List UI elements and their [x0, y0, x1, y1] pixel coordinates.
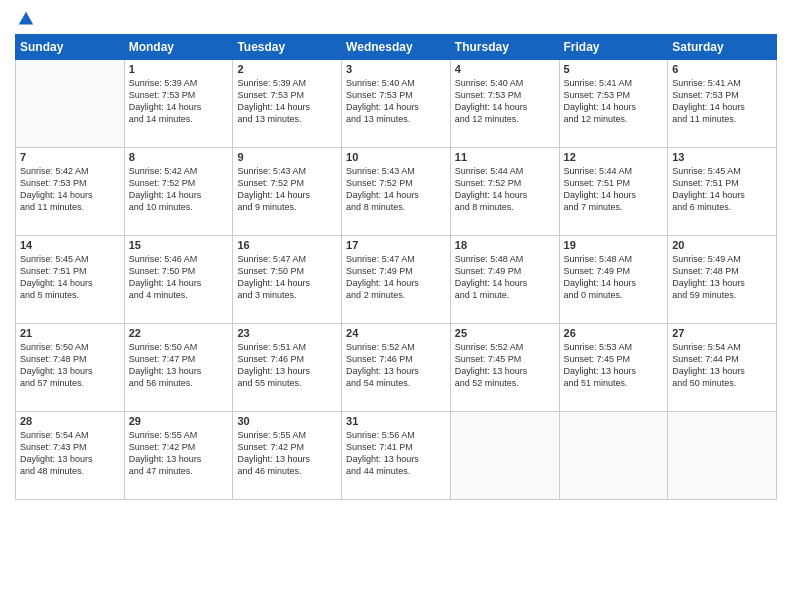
day-content: Sunrise: 5:55 AM Sunset: 7:42 PM Dayligh…	[237, 429, 337, 478]
day-number: 2	[237, 63, 337, 75]
day-number: 16	[237, 239, 337, 251]
calendar-cell: 21Sunrise: 5:50 AM Sunset: 7:48 PM Dayli…	[16, 324, 125, 412]
logo	[15, 10, 35, 28]
calendar-cell	[16, 60, 125, 148]
calendar-cell: 9Sunrise: 5:43 AM Sunset: 7:52 PM Daylig…	[233, 148, 342, 236]
day-content: Sunrise: 5:56 AM Sunset: 7:41 PM Dayligh…	[346, 429, 446, 478]
day-number: 10	[346, 151, 446, 163]
weekday-header: Wednesday	[342, 35, 451, 60]
calendar-week-row: 7Sunrise: 5:42 AM Sunset: 7:53 PM Daylig…	[16, 148, 777, 236]
day-content: Sunrise: 5:43 AM Sunset: 7:52 PM Dayligh…	[237, 165, 337, 214]
calendar-cell: 6Sunrise: 5:41 AM Sunset: 7:53 PM Daylig…	[668, 60, 777, 148]
day-content: Sunrise: 5:54 AM Sunset: 7:44 PM Dayligh…	[672, 341, 772, 390]
day-number: 5	[564, 63, 664, 75]
calendar-cell	[559, 412, 668, 500]
day-content: Sunrise: 5:54 AM Sunset: 7:43 PM Dayligh…	[20, 429, 120, 478]
day-number: 15	[129, 239, 229, 251]
day-content: Sunrise: 5:48 AM Sunset: 7:49 PM Dayligh…	[455, 253, 555, 302]
day-content: Sunrise: 5:49 AM Sunset: 7:48 PM Dayligh…	[672, 253, 772, 302]
calendar-cell: 24Sunrise: 5:52 AM Sunset: 7:46 PM Dayli…	[342, 324, 451, 412]
weekday-header: Friday	[559, 35, 668, 60]
day-number: 11	[455, 151, 555, 163]
day-number: 31	[346, 415, 446, 427]
calendar-cell: 5Sunrise: 5:41 AM Sunset: 7:53 PM Daylig…	[559, 60, 668, 148]
day-content: Sunrise: 5:41 AM Sunset: 7:53 PM Dayligh…	[672, 77, 772, 126]
svg-marker-0	[19, 12, 33, 25]
day-content: Sunrise: 5:53 AM Sunset: 7:45 PM Dayligh…	[564, 341, 664, 390]
calendar-cell	[450, 412, 559, 500]
day-number: 8	[129, 151, 229, 163]
day-number: 23	[237, 327, 337, 339]
day-content: Sunrise: 5:45 AM Sunset: 7:51 PM Dayligh…	[672, 165, 772, 214]
logo-icon	[17, 10, 35, 28]
day-content: Sunrise: 5:40 AM Sunset: 7:53 PM Dayligh…	[455, 77, 555, 126]
day-number: 30	[237, 415, 337, 427]
day-content: Sunrise: 5:41 AM Sunset: 7:53 PM Dayligh…	[564, 77, 664, 126]
day-content: Sunrise: 5:39 AM Sunset: 7:53 PM Dayligh…	[129, 77, 229, 126]
calendar-cell: 1Sunrise: 5:39 AM Sunset: 7:53 PM Daylig…	[124, 60, 233, 148]
day-content: Sunrise: 5:51 AM Sunset: 7:46 PM Dayligh…	[237, 341, 337, 390]
calendar-cell: 8Sunrise: 5:42 AM Sunset: 7:52 PM Daylig…	[124, 148, 233, 236]
weekday-header: Saturday	[668, 35, 777, 60]
day-number: 21	[20, 327, 120, 339]
day-number: 25	[455, 327, 555, 339]
day-content: Sunrise: 5:52 AM Sunset: 7:45 PM Dayligh…	[455, 341, 555, 390]
calendar-cell: 15Sunrise: 5:46 AM Sunset: 7:50 PM Dayli…	[124, 236, 233, 324]
day-content: Sunrise: 5:50 AM Sunset: 7:47 PM Dayligh…	[129, 341, 229, 390]
calendar-cell: 22Sunrise: 5:50 AM Sunset: 7:47 PM Dayli…	[124, 324, 233, 412]
day-number: 1	[129, 63, 229, 75]
calendar-cell: 14Sunrise: 5:45 AM Sunset: 7:51 PM Dayli…	[16, 236, 125, 324]
calendar-cell: 20Sunrise: 5:49 AM Sunset: 7:48 PM Dayli…	[668, 236, 777, 324]
day-number: 3	[346, 63, 446, 75]
day-content: Sunrise: 5:44 AM Sunset: 7:51 PM Dayligh…	[564, 165, 664, 214]
calendar-week-row: 1Sunrise: 5:39 AM Sunset: 7:53 PM Daylig…	[16, 60, 777, 148]
day-number: 18	[455, 239, 555, 251]
day-number: 12	[564, 151, 664, 163]
calendar-week-row: 14Sunrise: 5:45 AM Sunset: 7:51 PM Dayli…	[16, 236, 777, 324]
calendar-week-row: 28Sunrise: 5:54 AM Sunset: 7:43 PM Dayli…	[16, 412, 777, 500]
day-number: 27	[672, 327, 772, 339]
day-content: Sunrise: 5:55 AM Sunset: 7:42 PM Dayligh…	[129, 429, 229, 478]
day-number: 19	[564, 239, 664, 251]
calendar-cell: 2Sunrise: 5:39 AM Sunset: 7:53 PM Daylig…	[233, 60, 342, 148]
day-content: Sunrise: 5:46 AM Sunset: 7:50 PM Dayligh…	[129, 253, 229, 302]
calendar-week-row: 21Sunrise: 5:50 AM Sunset: 7:48 PM Dayli…	[16, 324, 777, 412]
day-content: Sunrise: 5:47 AM Sunset: 7:50 PM Dayligh…	[237, 253, 337, 302]
calendar-cell: 26Sunrise: 5:53 AM Sunset: 7:45 PM Dayli…	[559, 324, 668, 412]
calendar-cell: 7Sunrise: 5:42 AM Sunset: 7:53 PM Daylig…	[16, 148, 125, 236]
day-number: 24	[346, 327, 446, 339]
calendar-cell: 19Sunrise: 5:48 AM Sunset: 7:49 PM Dayli…	[559, 236, 668, 324]
day-content: Sunrise: 5:52 AM Sunset: 7:46 PM Dayligh…	[346, 341, 446, 390]
calendar-cell: 30Sunrise: 5:55 AM Sunset: 7:42 PM Dayli…	[233, 412, 342, 500]
calendar-cell: 13Sunrise: 5:45 AM Sunset: 7:51 PM Dayli…	[668, 148, 777, 236]
day-number: 6	[672, 63, 772, 75]
day-content: Sunrise: 5:42 AM Sunset: 7:53 PM Dayligh…	[20, 165, 120, 214]
day-number: 20	[672, 239, 772, 251]
calendar-table: SundayMondayTuesdayWednesdayThursdayFrid…	[15, 34, 777, 500]
calendar-cell: 11Sunrise: 5:44 AM Sunset: 7:52 PM Dayli…	[450, 148, 559, 236]
day-number: 4	[455, 63, 555, 75]
day-number: 9	[237, 151, 337, 163]
day-number: 14	[20, 239, 120, 251]
day-number: 22	[129, 327, 229, 339]
day-content: Sunrise: 5:50 AM Sunset: 7:48 PM Dayligh…	[20, 341, 120, 390]
weekday-header: Tuesday	[233, 35, 342, 60]
calendar-cell: 27Sunrise: 5:54 AM Sunset: 7:44 PM Dayli…	[668, 324, 777, 412]
day-number: 29	[129, 415, 229, 427]
day-content: Sunrise: 5:40 AM Sunset: 7:53 PM Dayligh…	[346, 77, 446, 126]
day-content: Sunrise: 5:45 AM Sunset: 7:51 PM Dayligh…	[20, 253, 120, 302]
day-number: 26	[564, 327, 664, 339]
page: SundayMondayTuesdayWednesdayThursdayFrid…	[0, 0, 792, 612]
day-number: 13	[672, 151, 772, 163]
calendar-cell: 25Sunrise: 5:52 AM Sunset: 7:45 PM Dayli…	[450, 324, 559, 412]
weekday-header: Thursday	[450, 35, 559, 60]
day-content: Sunrise: 5:44 AM Sunset: 7:52 PM Dayligh…	[455, 165, 555, 214]
calendar-cell: 31Sunrise: 5:56 AM Sunset: 7:41 PM Dayli…	[342, 412, 451, 500]
calendar-cell: 16Sunrise: 5:47 AM Sunset: 7:50 PM Dayli…	[233, 236, 342, 324]
day-number: 7	[20, 151, 120, 163]
calendar-cell: 12Sunrise: 5:44 AM Sunset: 7:51 PM Dayli…	[559, 148, 668, 236]
weekday-header: Monday	[124, 35, 233, 60]
header	[15, 10, 777, 28]
day-content: Sunrise: 5:43 AM Sunset: 7:52 PM Dayligh…	[346, 165, 446, 214]
calendar-cell: 18Sunrise: 5:48 AM Sunset: 7:49 PM Dayli…	[450, 236, 559, 324]
